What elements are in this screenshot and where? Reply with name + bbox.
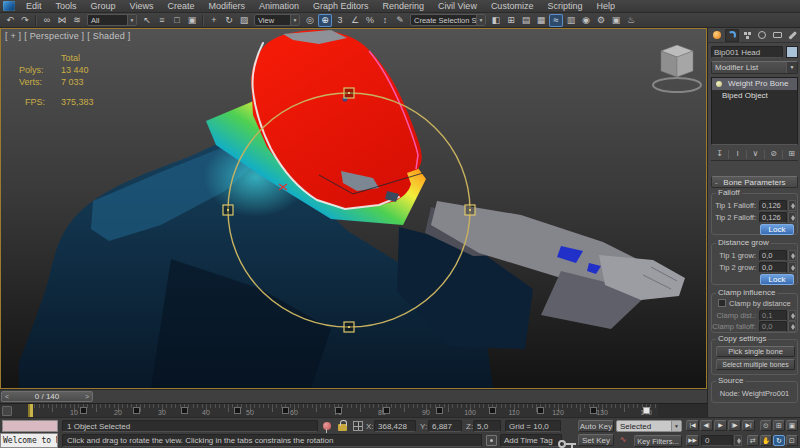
scene-3d[interactable] <box>1 29 706 388</box>
tip1-falloff-field[interactable]: 0,126 <box>759 200 787 211</box>
tab-utilities[interactable] <box>785 29 799 42</box>
selection-filter-dropdown[interactable]: All▼ <box>87 14 137 26</box>
align-icon[interactable]: ⊞ <box>504 14 518 27</box>
menu-edit[interactable]: Edit <box>19 0 49 13</box>
envelope-handle-left[interactable] <box>223 205 233 215</box>
dropdown-arrow-icon[interactable]: ▼ <box>127 15 136 25</box>
menu-tools[interactable]: Tools <box>49 0 84 13</box>
envelope-handle-right[interactable] <box>465 205 475 215</box>
pan-hand-icon[interactable]: ✋ <box>760 435 772 446</box>
menu-animation[interactable]: Animation <box>252 0 306 13</box>
menu-civil-view[interactable]: Civil View <box>431 0 484 13</box>
manage-layers-icon[interactable]: ▤ <box>519 14 533 27</box>
next-frame-icon[interactable]: |▶ <box>728 420 741 431</box>
key-filters-button[interactable]: Key Filters... <box>634 435 682 447</box>
keyframe-marker[interactable] <box>537 407 544 414</box>
reference-coordinate-dropdown[interactable]: View▼ <box>254 14 300 26</box>
tab-hierarchy[interactable] <box>740 29 754 42</box>
maxscript-mini-listener[interactable]: Welcome to M <box>0 433 58 448</box>
tip1-grow-spinner[interactable] <box>788 250 796 261</box>
keyframe-marker[interactable] <box>383 407 390 414</box>
z-coordinate-field[interactable]: 5,0 <box>473 420 501 432</box>
graphite-ribbon-icon[interactable]: ▦ <box>534 14 548 27</box>
envelope-handle-top[interactable] <box>344 88 354 98</box>
rectangular-selection-region-icon[interactable]: □ <box>170 14 184 27</box>
select-and-scale-icon[interactable]: ▨ <box>237 14 251 27</box>
keyframe-marker[interactable] <box>282 407 289 414</box>
menu-create[interactable]: Create <box>160 0 201 13</box>
current-frame-marker[interactable] <box>28 404 33 418</box>
x-coordinate-field[interactable]: 368,428 <box>374 420 416 432</box>
time-slider-thumb[interactable]: < 0 / 140 > <box>1 391 93 402</box>
keyframe-marker[interactable] <box>335 407 342 414</box>
bind-to-space-warp-icon[interactable]: ≋ <box>70 14 84 27</box>
menu-views[interactable]: Views <box>123 0 161 13</box>
show-end-result-icon[interactable]: I <box>731 149 744 160</box>
configure-modifier-sets-icon[interactable]: ⊞ <box>785 149 798 160</box>
max-logo-icon[interactable] <box>3 1 15 11</box>
bone-parameters-rollout[interactable]: - Bone Parameters <box>711 176 798 188</box>
select-object-icon[interactable]: ↖ <box>140 14 154 27</box>
snaps-toggle-icon[interactable]: 3 <box>333 14 347 27</box>
selection-lock-icon[interactable] <box>338 424 347 431</box>
remove-modifier-icon[interactable]: ⊘ <box>767 149 780 160</box>
keyframe-marker[interactable] <box>590 407 597 414</box>
make-unique-icon[interactable]: ∨ <box>749 149 762 160</box>
angle-snap-icon[interactable]: ∠ <box>348 14 362 27</box>
isolate-selection-pin-icon[interactable] <box>323 422 331 430</box>
menu-graph-editors[interactable]: Graph Editors <box>306 0 376 13</box>
select-and-move-icon[interactable]: + <box>207 14 221 27</box>
clamp-falloff-spinner[interactable] <box>788 321 796 332</box>
keyframe-marker[interactable] <box>80 407 87 414</box>
tab-modify[interactable] <box>725 29 739 42</box>
clamp-falloff-field[interactable]: 0,0 <box>759 321 787 332</box>
viewport-label[interactable]: [ + ][ Perspective ][ Shaded ] <box>5 31 133 41</box>
previous-frame-arrow[interactable]: < <box>5 393 9 400</box>
viewport-general-menu[interactable]: [ + ] <box>5 31 21 41</box>
menu-scripting[interactable]: Scripting <box>540 0 589 13</box>
maximize-viewport-icon[interactable]: ⊡ <box>786 435 798 446</box>
y-coordinate-field[interactable]: 6,887 <box>428 420 462 432</box>
named-selection-dropdown[interactable]: Create Selection Se▼ <box>410 14 486 26</box>
keyboard-shortcut-override-icon[interactable]: ✎ <box>393 14 407 27</box>
zoom-extents-icon[interactable]: ▣ <box>786 420 798 431</box>
set-key-button[interactable]: Set Key <box>578 434 614 446</box>
select-and-link-icon[interactable]: ∞ <box>40 14 54 27</box>
go-to-start-icon[interactable]: |◀ <box>686 420 699 431</box>
dropdown-arrow-icon[interactable]: ▼ <box>671 421 681 431</box>
modifier-stack[interactable]: Weight Pro BoneBiped Object <box>711 77 798 145</box>
tab-motion[interactable] <box>755 29 769 42</box>
zoom-icon[interactable]: ⊙ <box>760 420 772 431</box>
tab-display[interactable] <box>770 29 784 42</box>
falloff-lock-button[interactable]: Lock <box>760 224 794 235</box>
pick-single-bone-button[interactable]: Pick single bone <box>716 346 795 357</box>
pin-stack-icon[interactable]: ↧ <box>713 149 726 160</box>
time-tag-icon[interactable] <box>486 435 497 446</box>
use-pivot-point-icon[interactable]: ◎ <box>303 14 317 27</box>
maxscript-mini-listener-macro[interactable] <box>2 420 58 432</box>
keyframe-marker[interactable] <box>234 407 241 414</box>
modifier-list-dropdown[interactable]: Modifier List ▼ <box>711 61 798 74</box>
end-keyframe-marker[interactable] <box>643 407 650 414</box>
percent-snap-icon[interactable]: % <box>363 14 377 27</box>
selection-set-dropdown[interactable]: Selected ▼ <box>616 420 682 432</box>
orbit-icon[interactable]: ↻ <box>773 435 785 446</box>
current-time-field[interactable]: 0 <box>701 435 733 446</box>
add-time-tag-field[interactable]: Add Time Tag <box>500 434 562 447</box>
envelope-handle-bottom[interactable] <box>344 322 354 332</box>
menu-rendering[interactable]: Rendering <box>376 0 432 13</box>
stack-item-weight-pro-bone[interactable]: Weight Pro Bone <box>712 78 797 90</box>
menu-customize[interactable]: Customize <box>484 0 541 13</box>
previous-frame-icon[interactable]: ◀| <box>700 420 713 431</box>
clamp-by-distance-checkbox[interactable] <box>718 299 726 307</box>
spinner-snap-icon[interactable]: ↕ <box>378 14 392 27</box>
keyframe-marker[interactable] <box>489 407 496 414</box>
mirror-icon[interactable]: ◧ <box>489 14 503 27</box>
stack-item-biped-object[interactable]: Biped Object <box>712 90 797 102</box>
dropdown-arrow-icon[interactable]: ▼ <box>476 15 485 25</box>
select-by-name-icon[interactable]: ≡ <box>155 14 169 27</box>
menu-group[interactable]: Group <box>84 0 123 13</box>
schematic-view-icon[interactable]: ▥ <box>564 14 578 27</box>
window-crossing-icon[interactable]: ▣ <box>185 14 199 27</box>
set-key-curve-icon[interactable]: ∿ <box>616 435 630 446</box>
